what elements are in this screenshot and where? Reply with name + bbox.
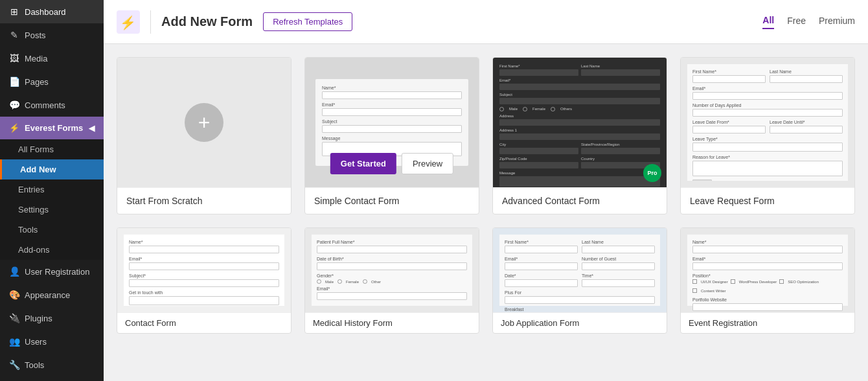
sidebar-item-plugins[interactable]: 🔌 Plugins [0,306,104,330]
preview-button[interactable]: Preview [402,153,453,174]
submenu-entries[interactable]: Entries [0,179,104,200]
advanced-contact-preview: First Name* Last Name Email* Subject [493,58,667,187]
sidebar-item-pages[interactable]: 📄 Pages [0,70,104,93]
filter-tab-free[interactable]: Free [787,16,806,29]
sidebar-item-label: Appearance [25,290,70,300]
job-preview: First Name* Last Name Email* [493,228,667,312]
template-card-contact2[interactable]: Name* Email* Subject* Get in touch with … [117,227,291,334]
contact2-inner: Name* Email* Subject* Get in touch with … [124,235,284,306]
sidebar: ⊞ Dashboard ✎ Posts 🖼 Media 📄 Pages 💬 Co… [0,0,104,381]
preview-row: First Name* Last Name [499,64,660,78]
template-label-medical: Medical History Form [305,312,479,333]
content-area: + Start From Scratch Name* Email* Subjec… [104,44,868,381]
page-title: Add New Form [161,14,253,29]
template-grid-row2: Name* Email* Subject* Get in touch with … [117,227,855,334]
name-row: First Name* Last Name [692,69,843,86]
dashboard-icon: ⊞ [9,6,19,17]
leave-request-preview: First Name* Last Name Email* Number of D… [681,58,854,187]
sidebar-item-appearance[interactable]: 🎨 Appearance [0,283,104,306]
sidebar-item-label: Everest Forms [25,123,83,133]
template-card-leave-request[interactable]: First Name* Last Name Email* Number of D… [680,57,855,214]
template-label-event: Event Registration [681,312,854,333]
template-card-job[interactable]: First Name* Last Name Email* [492,227,667,334]
plugins-icon: 🔌 [9,313,19,323]
posts-icon: ✎ [9,30,19,40]
sidebar-item-label: Plugins [25,314,52,323]
comments-icon: 💬 [9,100,19,110]
submenu-settings[interactable]: Settings [0,200,104,220]
zip-country-row: Zip/Postal Code Country [499,157,660,171]
sidebar-item-label: Pages [25,77,49,87]
sidebar-item-label: User Registration [25,267,89,277]
name-field [322,91,462,99]
field-label: Email* [322,102,462,107]
template-label-contact2: Contact Form [117,312,291,333]
filter-tabs: All Free Premium [762,15,855,29]
sidebar-item-comments[interactable]: 💬 Comments [0,93,104,117]
users-icon: 👥 [9,336,19,347]
header: ⚡ Add New Form Refresh Templates All Fre… [104,0,868,44]
header-divider [150,10,151,34]
pages-icon: 📄 [9,76,19,87]
tools-icon: 🔧 [9,360,19,370]
chevron-right-icon: ◀ [89,124,95,133]
submenu-add-new[interactable]: Add New [0,159,104,179]
submenu-tools[interactable]: Tools [0,220,104,240]
submenu-add-ons[interactable]: Add-ons [0,240,104,260]
job-inner: First Name* Last Name Email* [499,235,660,306]
sidebar-item-dashboard[interactable]: ⊞ Dashboard [0,0,104,23]
template-card-advanced-contact[interactable]: First Name* Last Name Email* Subject [492,57,667,214]
plus-icon: + [185,103,223,142]
sidebar-item-posts[interactable]: ✎ Posts [0,23,104,47]
get-started-button[interactable]: Get Started [330,153,396,174]
everest-forms-icon: ⚡ [9,123,19,133]
subject-field [322,125,462,133]
scratch-preview: + [117,58,291,187]
city-state-row: City State/Province/Region [499,143,660,157]
date-row: Leave Date From* Leave Date Until* [692,120,843,137]
sidebar-item-users[interactable]: 👥 Users [0,330,104,353]
template-label-simple-contact: Simple Contact Form [305,187,479,214]
template-card-simple-contact[interactable]: Name* Email* Subject Message Get Started… [304,57,479,214]
contact2-preview: Name* Email* Subject* Get in touch with … [117,228,291,312]
template-card-event[interactable]: Name* Email* Position* UI/UX Designer [680,227,855,334]
sidebar-item-media[interactable]: 🖼 Media [0,47,104,70]
template-card-medical[interactable]: Patient Full Name* Date of Birth* Gender… [304,227,479,334]
main-content: ⚡ Add New Form Refresh Templates All Fre… [104,0,868,381]
field-label: Name* [322,86,462,90]
dark-form-preview: First Name* Last Name Email* Subject [493,58,667,187]
appearance-icon: 🎨 [9,290,19,300]
sidebar-item-label: Users [25,337,47,347]
medical-inner: Patient Full Name* Date of Birth* Gender… [312,235,472,306]
template-label-scratch: Start From Scratch [117,187,291,214]
template-card-scratch[interactable]: + Start From Scratch [117,57,291,214]
media-icon: 🖼 [9,53,19,64]
gender-row: Male Female Others [499,107,660,111]
simple-contact-preview: Name* Email* Subject Message Get Started… [305,58,479,187]
field-label: Subject [322,119,462,124]
sidebar-item-user-registration[interactable]: 👤 User Registration [0,260,104,283]
email-field [322,108,462,116]
template-label-leave-request: Leave Request Form [681,187,854,214]
everest-forms-submenu: All Forms Add New Entries Settings Tools… [0,139,104,260]
template-label-advanced-contact: Advanced Contact Form [493,187,667,214]
filter-tab-premium[interactable]: Premium [819,16,855,29]
sidebar-item-label: Media [25,54,47,64]
sidebar-item-label: Posts [25,30,46,40]
sidebar-item-label: Comments [25,100,65,110]
logo: ⚡ [117,10,140,34]
sidebar-item-everest-forms[interactable]: ⚡ Everest Forms ◀ [0,117,104,139]
sidebar-item-tools[interactable]: 🔧 Tools [0,353,104,376]
submit-preview [692,179,712,181]
everest-forms-logo: ⚡ [117,10,140,34]
template-action-buttons: Get Started Preview [330,153,453,174]
filter-tab-all[interactable]: All [762,15,774,29]
submenu-all-forms[interactable]: All Forms [0,139,104,159]
refresh-templates-button[interactable]: Refresh Templates [263,12,352,31]
user-registration-icon: 👤 [9,266,19,277]
pro-badge: Pro [643,164,661,182]
template-label-job: Job Application Form [493,312,667,333]
medical-preview: Patient Full Name* Date of Birth* Gender… [305,228,479,312]
event-inner: Name* Email* Position* UI/UX Designer [687,235,848,306]
event-preview: Name* Email* Position* UI/UX Designer [681,228,854,312]
